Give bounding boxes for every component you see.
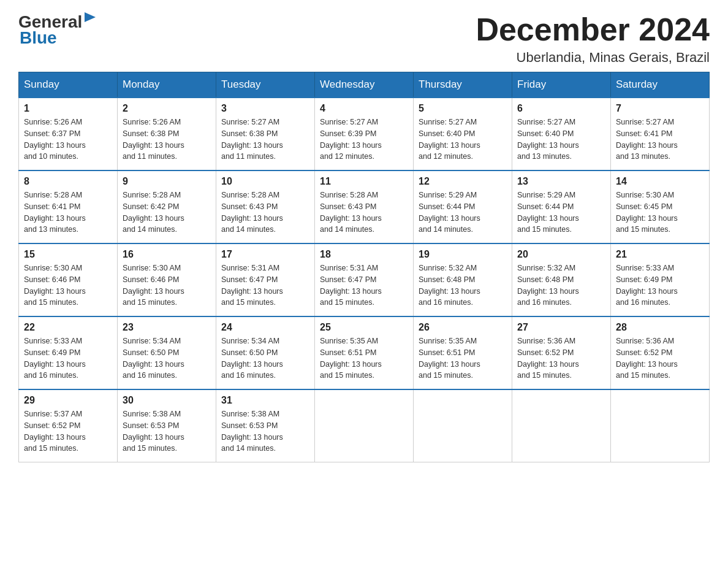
day-info: Sunrise: 5:33 AMSunset: 6:49 PMDaylight:…	[24, 335, 112, 381]
calendar-cell: 9Sunrise: 5:28 AMSunset: 6:42 PMDaylight…	[118, 170, 216, 243]
day-number: 29	[24, 395, 112, 406]
day-info: Sunrise: 5:35 AMSunset: 6:51 PMDaylight:…	[419, 335, 507, 381]
calendar-cell: 15Sunrise: 5:30 AMSunset: 6:46 PMDayligh…	[19, 243, 118, 316]
calendar-cell: 31Sunrise: 5:38 AMSunset: 6:53 PMDayligh…	[216, 389, 315, 462]
day-number: 23	[123, 322, 211, 333]
day-number: 26	[419, 322, 507, 333]
col-monday: Monday	[118, 72, 216, 98]
day-info: Sunrise: 5:31 AMSunset: 6:47 PMDaylight:…	[320, 262, 408, 308]
calendar-cell: 13Sunrise: 5:29 AMSunset: 6:44 PMDayligh…	[512, 170, 611, 243]
day-info: Sunrise: 5:36 AMSunset: 6:52 PMDaylight:…	[517, 335, 605, 381]
day-info: Sunrise: 5:31 AMSunset: 6:47 PMDaylight:…	[221, 262, 309, 308]
calendar-cell	[414, 389, 512, 462]
calendar-cell: 29Sunrise: 5:37 AMSunset: 6:52 PMDayligh…	[19, 389, 118, 462]
calendar-cell: 25Sunrise: 5:35 AMSunset: 6:51 PMDayligh…	[315, 316, 414, 389]
day-number: 2	[123, 103, 211, 114]
month-title: December 2024	[476, 12, 710, 47]
day-number: 17	[221, 249, 309, 260]
calendar-cell: 28Sunrise: 5:36 AMSunset: 6:52 PMDayligh…	[611, 316, 710, 389]
day-number: 3	[221, 103, 309, 114]
day-number: 30	[123, 395, 211, 406]
day-info: Sunrise: 5:26 AMSunset: 6:37 PMDaylight:…	[24, 117, 112, 163]
day-number: 16	[123, 249, 211, 260]
day-number: 24	[221, 322, 309, 333]
day-info: Sunrise: 5:26 AMSunset: 6:38 PMDaylight:…	[123, 117, 211, 163]
calendar-cell	[611, 389, 710, 462]
day-info: Sunrise: 5:32 AMSunset: 6:48 PMDaylight:…	[419, 262, 507, 308]
day-info: Sunrise: 5:27 AMSunset: 6:41 PMDaylight:…	[616, 117, 704, 163]
calendar-cell: 4Sunrise: 5:27 AMSunset: 6:39 PMDaylight…	[315, 98, 414, 170]
logo-flag-icon	[85, 12, 102, 29]
calendar-cell: 20Sunrise: 5:32 AMSunset: 6:48 PMDayligh…	[512, 243, 611, 316]
day-number: 1	[24, 103, 112, 114]
calendar-cell	[315, 389, 414, 462]
calendar-cell: 11Sunrise: 5:28 AMSunset: 6:43 PMDayligh…	[315, 170, 414, 243]
calendar-cell: 27Sunrise: 5:36 AMSunset: 6:52 PMDayligh…	[512, 316, 611, 389]
day-info: Sunrise: 5:34 AMSunset: 6:50 PMDaylight:…	[123, 335, 211, 381]
title-section: December 2024 Uberlandia, Minas Gerais, …	[476, 12, 710, 66]
day-info: Sunrise: 5:28 AMSunset: 6:43 PMDaylight:…	[221, 190, 309, 236]
day-info: Sunrise: 5:28 AMSunset: 6:41 PMDaylight:…	[24, 190, 112, 236]
calendar-cell: 3Sunrise: 5:27 AMSunset: 6:38 PMDaylight…	[216, 98, 315, 170]
day-info: Sunrise: 5:27 AMSunset: 6:40 PMDaylight:…	[419, 117, 507, 163]
day-info: Sunrise: 5:29 AMSunset: 6:44 PMDaylight:…	[419, 190, 507, 236]
day-number: 14	[616, 176, 704, 187]
day-number: 8	[24, 176, 112, 187]
day-number: 25	[320, 322, 408, 333]
day-info: Sunrise: 5:27 AMSunset: 6:38 PMDaylight:…	[221, 117, 309, 163]
day-number: 15	[24, 249, 112, 260]
calendar-cell	[512, 389, 611, 462]
day-info: Sunrise: 5:30 AMSunset: 6:45 PMDaylight:…	[616, 190, 704, 236]
calendar-cell: 7Sunrise: 5:27 AMSunset: 6:41 PMDaylight…	[611, 98, 710, 170]
calendar-cell: 23Sunrise: 5:34 AMSunset: 6:50 PMDayligh…	[118, 316, 216, 389]
day-number: 18	[320, 249, 408, 260]
day-info: Sunrise: 5:32 AMSunset: 6:48 PMDaylight:…	[517, 262, 605, 308]
calendar-week-5: 29Sunrise: 5:37 AMSunset: 6:52 PMDayligh…	[19, 389, 710, 462]
calendar-cell: 16Sunrise: 5:30 AMSunset: 6:46 PMDayligh…	[118, 243, 216, 316]
day-info: Sunrise: 5:30 AMSunset: 6:46 PMDaylight:…	[24, 262, 112, 308]
calendar-cell: 17Sunrise: 5:31 AMSunset: 6:47 PMDayligh…	[216, 243, 315, 316]
day-info: Sunrise: 5:29 AMSunset: 6:44 PMDaylight:…	[517, 190, 605, 236]
day-number: 20	[517, 249, 605, 260]
calendar-cell: 8Sunrise: 5:28 AMSunset: 6:41 PMDaylight…	[19, 170, 118, 243]
header-row: Sunday Monday Tuesday Wednesday Thursday…	[19, 72, 710, 98]
day-info: Sunrise: 5:38 AMSunset: 6:53 PMDaylight:…	[123, 408, 211, 454]
calendar-body: 1Sunrise: 5:26 AMSunset: 6:37 PMDaylight…	[19, 98, 710, 462]
day-number: 19	[419, 249, 507, 260]
calendar-week-4: 22Sunrise: 5:33 AMSunset: 6:49 PMDayligh…	[19, 316, 710, 389]
location-subtitle: Uberlandia, Minas Gerais, Brazil	[476, 50, 710, 66]
col-thursday: Thursday	[414, 72, 512, 98]
calendar-cell: 22Sunrise: 5:33 AMSunset: 6:49 PMDayligh…	[19, 316, 118, 389]
calendar-week-1: 1Sunrise: 5:26 AMSunset: 6:37 PMDaylight…	[19, 98, 710, 170]
calendar-cell: 5Sunrise: 5:27 AMSunset: 6:40 PMDaylight…	[414, 98, 512, 170]
calendar-table: Sunday Monday Tuesday Wednesday Thursday…	[18, 72, 710, 462]
day-number: 6	[517, 103, 605, 114]
day-info: Sunrise: 5:35 AMSunset: 6:51 PMDaylight:…	[320, 335, 408, 381]
calendar-cell: 1Sunrise: 5:26 AMSunset: 6:37 PMDaylight…	[19, 98, 118, 170]
day-info: Sunrise: 5:28 AMSunset: 6:42 PMDaylight:…	[123, 190, 211, 236]
day-number: 9	[123, 176, 211, 187]
day-number: 31	[221, 395, 309, 406]
day-number: 10	[221, 176, 309, 187]
day-info: Sunrise: 5:34 AMSunset: 6:50 PMDaylight:…	[221, 335, 309, 381]
calendar-cell: 24Sunrise: 5:34 AMSunset: 6:50 PMDayligh…	[216, 316, 315, 389]
day-info: Sunrise: 5:28 AMSunset: 6:43 PMDaylight:…	[320, 190, 408, 236]
calendar-cell: 2Sunrise: 5:26 AMSunset: 6:38 PMDaylight…	[118, 98, 216, 170]
logo: General Blue	[18, 12, 102, 48]
day-number: 28	[616, 322, 704, 333]
calendar-header: Sunday Monday Tuesday Wednesday Thursday…	[19, 72, 710, 98]
col-friday: Friday	[512, 72, 611, 98]
calendar-cell: 14Sunrise: 5:30 AMSunset: 6:45 PMDayligh…	[611, 170, 710, 243]
day-number: 13	[517, 176, 605, 187]
calendar-cell: 18Sunrise: 5:31 AMSunset: 6:47 PMDayligh…	[315, 243, 414, 316]
day-info: Sunrise: 5:36 AMSunset: 6:52 PMDaylight:…	[616, 335, 704, 381]
calendar-cell: 19Sunrise: 5:32 AMSunset: 6:48 PMDayligh…	[414, 243, 512, 316]
day-number: 21	[616, 249, 704, 260]
day-info: Sunrise: 5:33 AMSunset: 6:49 PMDaylight:…	[616, 262, 704, 308]
logo-blue-text: Blue	[20, 28, 57, 48]
calendar-cell: 30Sunrise: 5:38 AMSunset: 6:53 PMDayligh…	[118, 389, 216, 462]
calendar-cell: 21Sunrise: 5:33 AMSunset: 6:49 PMDayligh…	[611, 243, 710, 316]
col-tuesday: Tuesday	[216, 72, 315, 98]
col-saturday: Saturday	[611, 72, 710, 98]
calendar-week-3: 15Sunrise: 5:30 AMSunset: 6:46 PMDayligh…	[19, 243, 710, 316]
